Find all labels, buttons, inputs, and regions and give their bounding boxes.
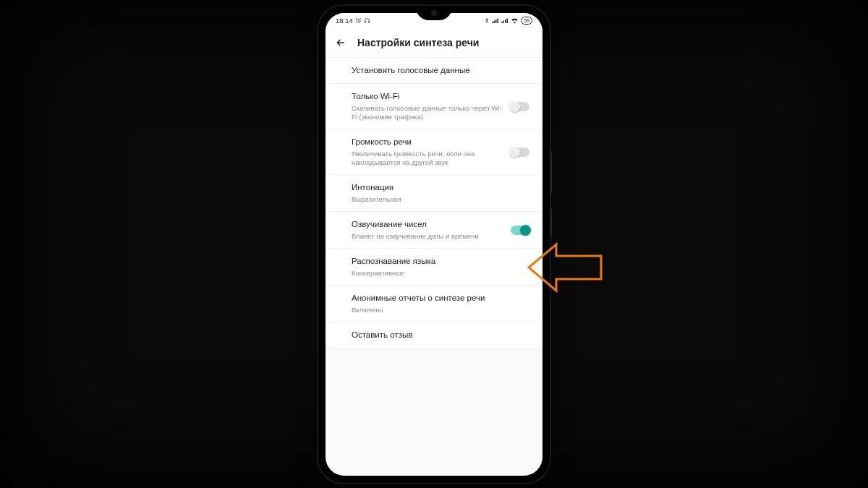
row-language-detection[interactable]: Распознавание языка Консервативное xyxy=(326,249,542,286)
status-time: 18:14 xyxy=(336,17,353,25)
row-subtitle: Влияет на озвучивание даты и времени xyxy=(352,232,503,241)
svg-rect-1 xyxy=(365,21,366,22)
row-title: Оставить отзыв xyxy=(352,330,529,341)
battery-indicator: 59 xyxy=(521,17,532,25)
arrow-left-icon xyxy=(335,37,346,48)
row-title: Озвучивание чисел xyxy=(352,219,503,231)
phone-side-button xyxy=(550,208,552,237)
settings-list: Установить голосовые данные Только Wi-Fi… xyxy=(326,58,542,349)
screen: 18:14 xyxy=(326,13,542,476)
row-intonation[interactable]: Интонация Выразительная xyxy=(326,175,542,212)
svg-rect-6 xyxy=(498,19,499,24)
svg-rect-8 xyxy=(503,21,505,24)
phone-side-button xyxy=(550,150,552,194)
status-bar: 18:14 xyxy=(326,13,542,29)
back-button[interactable] xyxy=(334,36,347,49)
row-wifi-only[interactable]: Только Wi-Fi Скачивать голосовые данные … xyxy=(326,84,542,129)
bluetooth-icon xyxy=(484,17,490,24)
row-title: Громкость речи xyxy=(352,137,503,148)
row-number-voicing[interactable]: Озвучивание чисел Влияет на озвучивание … xyxy=(326,212,542,249)
status-right: 59 xyxy=(484,17,532,25)
row-install-voice-data[interactable]: Установить голосовые данные xyxy=(326,58,542,85)
speech-volume-toggle[interactable] xyxy=(511,147,529,157)
row-subtitle: Скачивать голосовые данные только через … xyxy=(352,104,503,122)
row-title: Только Wi-Fi xyxy=(352,91,503,103)
row-subtitle: Включено xyxy=(352,306,529,314)
row-subtitle: Консервативное xyxy=(352,269,529,278)
svg-rect-7 xyxy=(501,22,503,23)
row-anon-reports[interactable]: Анонимные отчеты о синтезе речи Включено xyxy=(326,286,542,322)
row-title: Установить голосовые данные xyxy=(352,65,529,77)
svg-rect-5 xyxy=(495,20,497,23)
headphones-icon xyxy=(364,17,370,24)
status-left: 18:14 xyxy=(336,17,370,25)
svg-rect-3 xyxy=(492,22,493,23)
signal-icon xyxy=(501,17,509,24)
row-subtitle: Выразительная xyxy=(352,195,529,204)
signal-icon xyxy=(492,17,499,24)
row-title: Распознавание языка xyxy=(352,256,529,267)
row-title: Анонимные отчеты о синтезе речи xyxy=(352,293,529,304)
number-voicing-toggle[interactable] xyxy=(511,226,529,235)
row-feedback[interactable]: Оставить отзыв xyxy=(326,322,542,349)
row-subtitle: Увеличивать громкость речи, если она нак… xyxy=(352,150,503,168)
alarm-icon xyxy=(355,17,362,24)
wifi-only-toggle[interactable] xyxy=(511,102,529,111)
svg-rect-2 xyxy=(368,21,370,22)
app-bar: Настройки синтеза речи xyxy=(326,29,542,58)
row-speech-volume[interactable]: Громкость речи Увеличивать громкость реч… xyxy=(326,129,542,175)
svg-rect-9 xyxy=(505,20,506,23)
svg-rect-4 xyxy=(494,21,495,24)
page-title: Настройки синтеза речи xyxy=(357,37,479,48)
svg-rect-10 xyxy=(507,19,509,24)
wifi-icon xyxy=(511,17,519,24)
row-title: Интонация xyxy=(352,182,529,194)
phone-frame: 18:14 xyxy=(318,6,550,483)
